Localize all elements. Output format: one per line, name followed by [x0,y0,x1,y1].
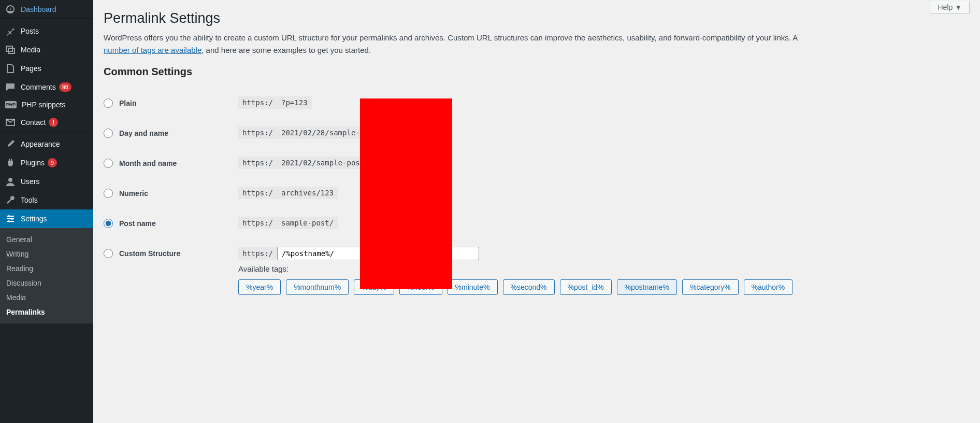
media-icon [5,45,16,55]
option-plain[interactable]: Plain [104,98,228,108]
dashboard-icon [5,4,16,15]
tag-minute[interactable]: %minute% [448,279,498,295]
plug-icon [5,158,16,168]
svg-point-2 [11,218,13,220]
radio-numeric[interactable] [104,189,113,198]
option-label: Month and name [119,159,177,167]
sub-discussion[interactable]: Discussion [0,276,93,290]
section-heading: Common Settings [104,66,970,78]
radio-plain[interactable] [104,98,113,108]
sidebar-label: Pages [21,64,41,73]
url-pre: https:/ [238,126,277,139]
sidebar-item-settings[interactable]: Settings [0,209,93,228]
pin-icon [5,26,16,36]
sidebar-item-comments[interactable]: Comments 98 [0,78,93,96]
row-postname: Post name https:/sample-post/ [104,208,970,238]
comment-icon [5,82,16,92]
content-area: Help ▼ Permalink Settings WordPress offe… [93,0,980,423]
tag-postname[interactable]: %postname% [617,279,677,295]
sidebar-label: Appearance [21,140,60,148]
radio-month[interactable] [104,159,113,168]
mail-icon [5,117,16,128]
sub-writing[interactable]: Writing [0,247,93,261]
option-postname[interactable]: Post name [104,219,228,228]
sidebar-item-pages[interactable]: Pages [0,59,93,78]
contact-badge: 1 [49,118,58,127]
sidebar-label: Plugins [21,159,45,167]
row-month-name: Month and name https:/2021/02/sample-pos… [104,148,970,178]
url-post: ?p=123 [277,96,312,109]
sidebar-item-php[interactable]: PHP PHP snippets [0,96,93,113]
settings-submenu: General Writing Reading Discussion Media… [0,228,93,323]
svg-point-1 [8,215,10,217]
option-label: Custom Structure [119,249,180,258]
url-post: sample-post/ [277,217,338,229]
sub-general[interactable]: General [0,232,93,247]
user-icon [5,176,16,187]
option-numeric[interactable]: Numeric [104,189,228,198]
sub-media[interactable]: Media [0,290,93,305]
svg-point-3 [8,220,10,222]
url-pre: https:/ [238,217,277,229]
tag-second[interactable]: %second% [503,279,555,295]
option-label: Post name [119,219,156,228]
option-month-name[interactable]: Month and name [104,159,228,168]
sidebar-item-plugins[interactable]: Plugins 9 [0,153,93,172]
sidebar-label: Posts [21,27,39,35]
sidebar-label: Settings [21,215,47,223]
brush-icon [5,139,16,149]
row-day-name: Day and name https:/2021/02/28/sample-po… [104,118,970,148]
sub-permalinks[interactable]: Permalinks [0,305,93,319]
tag-category[interactable]: %category% [682,279,739,295]
sidebar-item-tools[interactable]: Tools [0,191,93,209]
sidebar-item-contact[interactable]: Contact 1 [0,113,93,132]
sidebar-item-users[interactable]: Users [0,172,93,191]
row-numeric: Numeric https:/archives/123 [104,178,970,208]
php-icon: PHP [5,101,17,108]
intro-paragraph: WordPress offers you the ability to crea… [104,32,798,57]
tag-buttons: %year%%monthnum%%day%%hour%%minute%%seco… [238,279,964,295]
url-pre: https:/ [238,187,277,199]
tag-monthnum[interactable]: %monthnum% [286,279,349,295]
option-label: Plain [119,99,136,107]
radio-day[interactable] [104,129,113,138]
permalink-options-table: Plain https:/?p=123 Day and name [104,88,970,303]
admin-sidebar: Dashboard Posts Media Pages Comments 98 … [0,0,93,423]
sidebar-item-posts[interactable]: Posts [0,22,93,40]
sidebar-label: Tools [21,196,38,204]
plugins-badge: 9 [48,158,57,167]
sidebar-item-media[interactable]: Media [0,40,93,59]
intro-link[interactable]: number of tags are available [104,46,201,54]
help-tab[interactable]: Help ▼ [930,1,970,14]
radio-postname[interactable] [104,219,113,228]
comments-badge: 98 [59,82,71,92]
sidebar-label: Comments [21,83,56,91]
option-label: Numeric [119,189,148,198]
page-icon [5,63,16,74]
sidebar-item-appearance[interactable]: Appearance [0,135,93,153]
option-custom[interactable]: Custom Structure [104,249,228,258]
option-day-name[interactable]: Day and name [104,129,228,138]
sidebar-label: Users [21,177,40,186]
intro-text-a: WordPress offers you the ability to crea… [104,33,797,42]
url-pre: https:/ [238,96,277,109]
sub-reading[interactable]: Reading [0,261,93,276]
tag-post_id[interactable]: %post_id% [560,279,612,295]
sidebar-label: Contact [21,118,46,126]
svg-point-0 [8,178,12,182]
row-plain: Plain https:/?p=123 [104,88,970,118]
tag-author[interactable]: %author% [744,279,793,295]
option-label: Day and name [119,129,168,137]
wrench-icon [5,195,16,205]
page-title: Permalink Settings [104,0,970,32]
url-pre: https:/ [238,247,277,260]
sidebar-label: Media [21,46,40,54]
sidebar-label: Dashboard [21,5,56,13]
url-post: 2021/02/sample-post/ [277,157,373,169]
tag-year[interactable]: %year% [238,279,281,295]
radio-custom[interactable] [104,249,113,258]
available-tags-label: Available tags: [238,264,964,273]
intro-text-b: , and here are some examples to get you … [201,46,371,54]
sidebar-label: PHP snippets [22,101,66,109]
sidebar-item-dashboard[interactable]: Dashboard [0,0,93,19]
